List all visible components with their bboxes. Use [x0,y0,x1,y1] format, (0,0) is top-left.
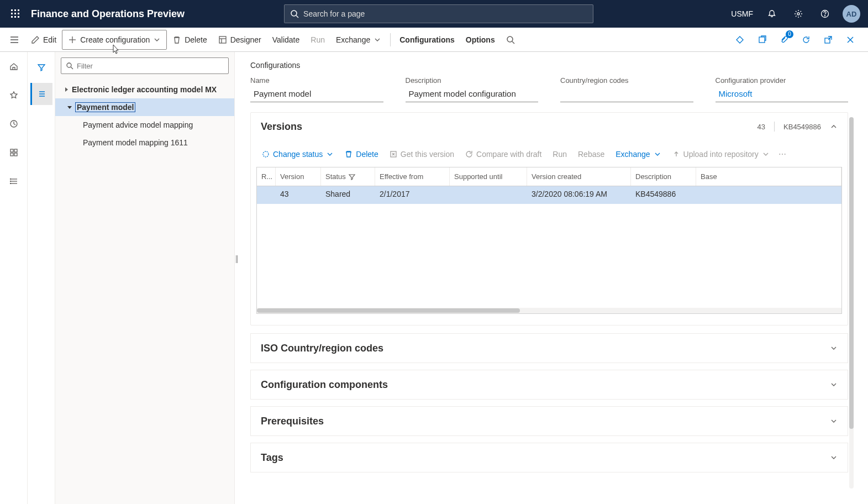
options-label: Options [466,35,495,44]
name-field-value[interactable]: Payment model [250,87,383,102]
create-configuration-button[interactable]: Create configuration [62,30,167,50]
exchange-label: Exchange [336,35,370,44]
options-tab[interactable]: Options [460,30,501,50]
svg-line-43 [71,67,73,69]
exchange-button[interactable]: Exchange [330,30,387,50]
col-description[interactable]: Description [631,167,696,186]
search-icon [66,62,73,70]
tree-item-payment-model[interactable]: Payment model [55,98,234,116]
avatar-initials: AD [843,5,860,23]
more-icon[interactable]: ⋯ [776,146,788,162]
popout-icon[interactable] [818,30,838,50]
refresh-icon[interactable] [796,30,816,50]
delete-label: Delete [185,35,207,44]
settings-icon[interactable] [786,0,811,28]
help-icon[interactable] [813,0,837,28]
delete-version-button[interactable]: Delete [340,146,382,162]
user-avatar[interactable]: AD [839,0,864,28]
exchange-version-button[interactable]: Exchange [611,146,665,162]
col-effective[interactable]: Effective from [375,167,450,186]
validate-button[interactable]: Validate [267,30,306,50]
versions-meta-kb: KB4549886 [783,123,821,131]
svg-point-9 [291,11,297,16]
svg-point-38 [10,183,10,184]
prerequisites-title: Prerequisites [261,416,830,427]
description-field-value[interactable]: Payment model configuration [406,87,539,102]
recent-icon[interactable] [4,114,24,134]
diamond-icon[interactable] [730,30,750,50]
global-search[interactable] [284,4,593,23]
get-version-button: Get this version [385,146,459,162]
svg-rect-4 [14,13,16,14]
svg-point-37 [10,181,10,182]
cell-description: KB4549886 [631,186,696,204]
svg-rect-31 [10,153,13,156]
country-field-value[interactable] [560,87,693,102]
workspaces-icon[interactable] [4,143,24,162]
tree-item-payment-advice[interactable]: Payment advice model mapping [55,116,234,134]
trash-icon [345,150,353,158]
col-supported[interactable]: Supported until [450,167,527,186]
notifications-icon[interactable] [760,0,784,28]
designer-label: Designer [230,35,261,44]
tags-header[interactable]: Tags [251,443,848,472]
global-search-input[interactable] [303,9,587,18]
col-ra[interactable]: R... [257,167,276,186]
delete-button[interactable]: Delete [167,30,212,50]
svg-rect-24 [759,37,765,43]
svg-point-36 [10,179,10,180]
attachments-badge: 0 [786,30,793,38]
col-created[interactable]: Version created [527,167,631,186]
attachments-icon[interactable]: 0 [774,30,794,50]
svg-rect-6 [11,16,13,18]
nav-column [28,52,55,504]
edit-button[interactable]: Edit [25,30,62,50]
vertical-scrollbar[interactable] [849,117,854,489]
favorites-icon[interactable] [4,85,24,105]
open-new-icon[interactable] [752,30,772,50]
filter-panel-icon[interactable] [30,56,52,78]
home-icon[interactable] [4,56,24,76]
provider-field-value[interactable]: Microsoft [716,87,849,102]
grid-row[interactable]: 43 Shared 2/1/2017 3/2/2020 08:06:19 AM … [257,186,841,204]
find-button[interactable] [501,30,520,50]
edit-label: Edit [43,35,56,44]
chevron-down-icon [373,36,381,44]
list-panel-icon[interactable] [30,83,52,105]
change-status-button[interactable]: Change status [257,146,338,162]
components-header[interactable]: Configuration components [251,370,848,399]
cell-effective: 2/1/2017 [375,186,450,204]
collapse-icon[interactable] [64,104,75,110]
iso-header[interactable]: ISO Country/region codes [251,334,848,363]
cell-ra [257,186,276,204]
expand-icon[interactable] [61,87,72,92]
tree-filter[interactable] [61,57,229,74]
app-launcher-icon[interactable] [4,3,27,25]
hamburger-icon[interactable] [3,29,25,51]
configurations-tab[interactable]: Configurations [394,30,460,50]
horizontal-scrollbar[interactable] [257,308,841,313]
left-rail [0,52,28,504]
tree-item-label: Payment advice model mapping [83,120,193,129]
chevron-up-icon [830,123,838,130]
tree-item-payment-mapping-1611[interactable]: Payment model mapping 1611 [55,134,234,151]
components-title: Configuration components [261,379,830,391]
col-base[interactable]: Base [696,167,841,186]
svg-rect-32 [14,153,17,156]
col-version[interactable]: Version [276,167,321,186]
company-selector[interactable]: USMF [727,0,757,28]
modules-icon[interactable] [4,171,24,191]
tree-filter-input[interactable] [77,62,224,70]
upload-repo-button: Upload into repository [668,146,774,162]
splitter-handle[interactable] [235,255,238,263]
action-bar: Edit Create configuration Delete Designe… [0,28,868,52]
prerequisites-header[interactable]: Prerequisites [251,407,848,435]
col-status[interactable]: Status [321,167,375,186]
close-icon[interactable] [840,30,860,50]
svg-point-42 [67,63,71,67]
versions-card: Versions 43 KB4549886 Change status [250,112,848,326]
configurations-label: Configurations [399,35,455,44]
versions-header[interactable]: Versions 43 KB4549886 [251,113,848,140]
tree-item-electronic-ledger[interactable]: Electronic ledger accounting model MX [55,81,234,98]
designer-button[interactable]: Designer [213,30,267,50]
